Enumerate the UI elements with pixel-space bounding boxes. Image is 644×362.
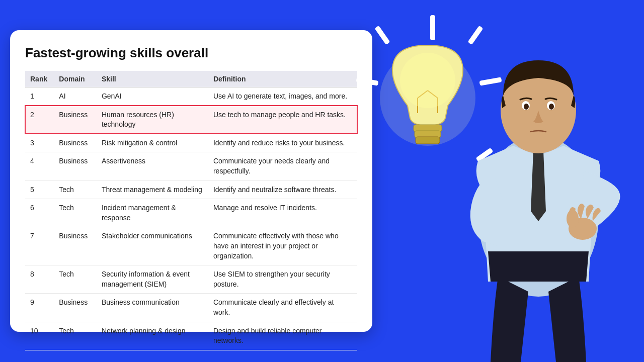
cell-rank: 9	[25, 294, 54, 322]
table-header-row: Rank Domain Skill Definition	[25, 71, 357, 87]
cell-rank: 6	[25, 199, 54, 227]
skills-table: Rank Domain Skill Definition 1AIGenAIUse…	[25, 71, 357, 350]
header-domain: Domain	[54, 71, 97, 87]
cell-domain: Tech	[54, 199, 97, 227]
svg-point-16	[567, 210, 579, 228]
table-row: 4BusinessAssertivenessCommunicate your n…	[25, 152, 357, 180]
cell-skill: Incident management & response	[97, 199, 208, 227]
cell-rank: 3	[25, 134, 54, 152]
cell-definition: Communicate clearly and effectively at w…	[208, 294, 357, 322]
cell-skill: Stakeholder communications	[97, 227, 208, 265]
cell-definition: Identify and reduce risks to your busine…	[208, 134, 357, 152]
table-row: 7BusinessStakeholder communicationsCommu…	[25, 227, 357, 265]
table-row: 5TechThreat management & modelingIdentif…	[25, 180, 357, 199]
table-row: 8TechSecurity information & event manage…	[25, 265, 357, 294]
cell-skill: Assertiveness	[97, 152, 208, 180]
cell-rank: 2	[25, 106, 54, 134]
cell-definition: Identify and neutralize software threats…	[208, 180, 357, 199]
cell-definition: Design and build reliable computer netwo…	[208, 322, 357, 350]
cell-domain: Business	[54, 106, 97, 134]
cell-domain: Business	[54, 227, 97, 265]
cell-rank: 4	[25, 152, 54, 180]
person-svg	[433, 0, 644, 362]
cell-skill: GenAI	[97, 87, 208, 106]
svg-point-14	[549, 104, 554, 110]
card-title: Fastest-growing skills overall	[25, 45, 357, 61]
cell-rank: 8	[25, 265, 54, 294]
cell-domain: Business	[54, 134, 97, 152]
table-row: 9BusinessBusiness communicationCommunica…	[25, 294, 357, 322]
cell-definition: Use AI to generate text, images, and mor…	[208, 87, 357, 106]
cell-definition: Manage and resolve IT incidents.	[208, 199, 357, 227]
cell-skill: Network planning & design	[97, 322, 208, 350]
cell-definition: Use tech to manage people and HR tasks.	[208, 106, 357, 134]
cell-rank: 5	[25, 180, 54, 199]
cell-rank: 10	[25, 322, 54, 350]
table-row: 3BusinessRisk mitigation & controlIdenti…	[25, 134, 357, 152]
cell-rank: 1	[25, 87, 54, 106]
table-row: 2BusinessHuman resources (HR) technology…	[25, 106, 357, 134]
cell-definition: Use SIEM to strengthen your security pos…	[208, 265, 357, 294]
cell-domain: Tech	[54, 265, 97, 294]
header-rank: Rank	[25, 71, 54, 87]
header-skill: Skill	[97, 71, 208, 87]
svg-point-13	[524, 104, 529, 110]
cell-domain: Business	[54, 152, 97, 180]
cell-domain: Business	[54, 294, 97, 322]
cell-skill: Risk mitigation & control	[97, 134, 208, 152]
cell-definition: Communicate your needs clearly and respe…	[208, 152, 357, 180]
table-row: 6TechIncident management & responseManag…	[25, 199, 357, 227]
cell-skill: Business communication	[97, 294, 208, 322]
cell-domain: Tech	[54, 322, 97, 350]
table-row: 1AIGenAIUse AI to generate text, images,…	[25, 87, 357, 106]
table-row: 10TechNetwork planning & designDesign an…	[25, 322, 357, 350]
cell-skill: Security information & event management …	[97, 265, 208, 294]
header-definition: Definition	[208, 71, 357, 87]
skills-card: Fastest-growing skills overall Rank Doma…	[10, 30, 372, 332]
cell-domain: AI	[54, 87, 97, 106]
cell-definition: Communicate effectively with those who h…	[208, 227, 357, 265]
cell-domain: Tech	[54, 180, 97, 199]
cell-rank: 7	[25, 227, 54, 265]
cell-skill: Human resources (HR) technology	[97, 106, 208, 134]
person-area	[433, 0, 644, 362]
cell-skill: Threat management & modeling	[97, 180, 208, 199]
